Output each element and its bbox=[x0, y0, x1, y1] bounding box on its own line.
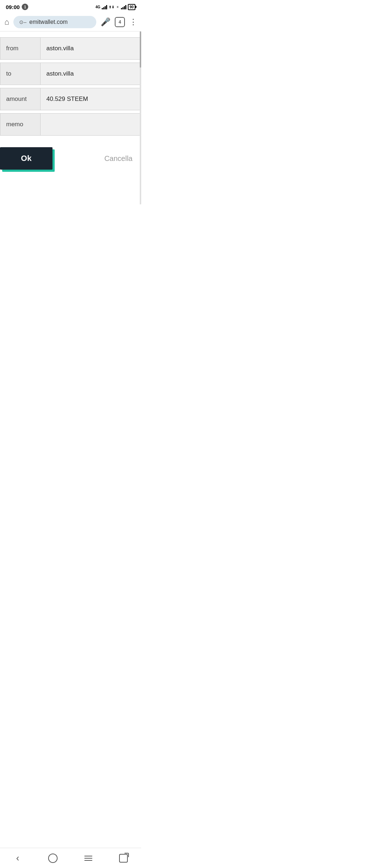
signal-bar-1 bbox=[102, 8, 103, 9]
signal-bars bbox=[102, 4, 107, 9]
battery-level: 90 bbox=[130, 5, 134, 9]
to-input[interactable] bbox=[41, 63, 141, 85]
from-row: from bbox=[0, 37, 141, 60]
amount-input[interactable] bbox=[41, 88, 141, 110]
status-right: 4G ⬆⬇ × 90 bbox=[96, 4, 135, 10]
cancel-button[interactable]: Cancella bbox=[52, 154, 141, 163]
url-text: emitwallet.com bbox=[29, 19, 68, 25]
signal-bars-2 bbox=[121, 4, 126, 9]
network-type: 4G bbox=[96, 5, 100, 9]
to-row: to bbox=[0, 63, 141, 85]
microphone-icon[interactable]: 🎤 bbox=[101, 17, 110, 27]
signal-bar-2 bbox=[103, 7, 104, 9]
status-bar: 09:00 1 4G ⬆⬇ × 90 bbox=[0, 0, 141, 13]
signal-bar-4 bbox=[106, 5, 107, 9]
url-security-icon: ⊙– bbox=[19, 19, 26, 25]
form-container: from to amount memo Ok Ca bbox=[0, 37, 141, 199]
to-label: to bbox=[0, 63, 40, 85]
status-time: 09:00 bbox=[6, 4, 20, 10]
signal-bar2-1 bbox=[121, 8, 122, 9]
main-content: from to amount memo Ok Ca bbox=[0, 31, 141, 204]
memo-label: memo bbox=[0, 114, 40, 135]
from-label: from bbox=[0, 38, 40, 59]
home-icon[interactable]: ⌂ bbox=[4, 17, 9, 27]
notification-badge: 1 bbox=[22, 4, 28, 10]
memo-row: memo bbox=[0, 113, 141, 136]
signal-x: × bbox=[117, 5, 119, 9]
memo-input[interactable] bbox=[41, 114, 141, 135]
signal-bar2-3 bbox=[124, 6, 125, 9]
url-bar[interactable]: ⊙– emitwallet.com bbox=[13, 16, 96, 28]
from-input[interactable] bbox=[41, 38, 141, 59]
signal-bar2-4 bbox=[125, 5, 126, 9]
scrollbar[interactable] bbox=[140, 31, 141, 204]
browser-bar: ⌂ ⊙– emitwallet.com 🎤 4 ⋮ bbox=[0, 13, 141, 31]
status-left: 09:00 1 bbox=[6, 4, 28, 10]
scrollbar-thumb[interactable] bbox=[140, 31, 141, 68]
amount-row: amount bbox=[0, 88, 141, 110]
signal-arrow-icon: ⬆⬇ bbox=[109, 5, 114, 9]
button-row: Ok Cancella bbox=[0, 139, 141, 170]
more-options-icon[interactable]: ⋮ bbox=[129, 17, 137, 27]
signal-bar-3 bbox=[105, 6, 106, 9]
battery-indicator: 90 bbox=[128, 4, 135, 10]
tabs-count[interactable]: 4 bbox=[115, 17, 125, 27]
ok-button-wrapper: Ok bbox=[0, 147, 52, 170]
ok-button[interactable]: Ok bbox=[0, 147, 52, 170]
signal-bar2-2 bbox=[122, 7, 123, 9]
amount-label: amount bbox=[0, 88, 40, 110]
